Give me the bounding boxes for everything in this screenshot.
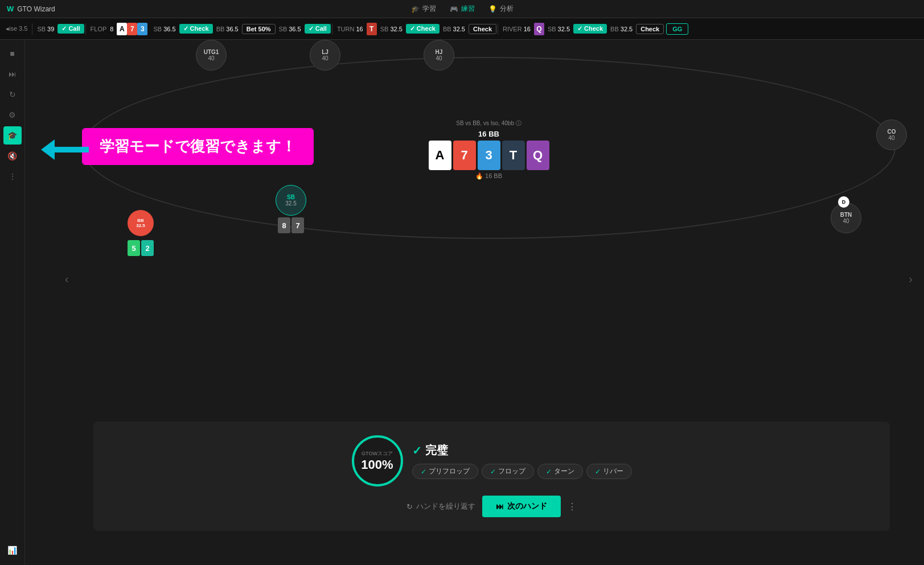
action-sb39: SB 39 [34, 18, 58, 39]
score-panel: GTOWスコア 100% ✓ 完璧 ✓ プリフロップ ✓ [93, 422, 890, 531]
arrow-body [55, 147, 89, 152]
score-main-row: GTOWスコア 100% ✓ 完璧 ✓ プリフロップ ✓ [112, 435, 872, 486]
action-bb325: BB 32.5 [440, 18, 469, 39]
seat-co: CO 40 [876, 119, 907, 150]
card-A: A [117, 23, 127, 35]
sidebar-stop-icon[interactable]: ■ [3, 44, 22, 63]
seat-bb: BB 32.5 5 2 [128, 210, 154, 256]
action-sb325: SB 32.5 [377, 18, 406, 39]
card-3: 3 [137, 23, 147, 35]
action-check3[interactable]: Check [469, 24, 496, 34]
promo-arrow [41, 139, 89, 160]
pot-bb-label: 16 BB [478, 130, 499, 138]
promo-banner: 学習モードで復習できます！ [82, 128, 314, 165]
table-area: 🔥 4 UTG1 40 LJ 40 HJ 40 [25, 40, 924, 565]
next-hand-button[interactable]: ⏭ 次のハンド [482, 496, 561, 517]
sidebar: ■ ⏭ ↻ ⚙ 🎓 🔇 ⋮ 📊 [0, 40, 25, 565]
action-check5[interactable]: Check [636, 24, 664, 34]
prev-hand-button[interactable]: ‹ [65, 273, 69, 286]
app-logo: W [7, 5, 14, 13]
score-details: ✓ 完璧 ✓ プリフロップ ✓ フロップ ✓ [412, 443, 632, 479]
sb-card-7: 7 [291, 217, 304, 233]
community-info: SB vs BB, vs Iso, 40bb ⓘ [456, 119, 521, 127]
action-river16: RIVER 16 [499, 18, 534, 39]
action-raise[interactable]: ◂ise 3.5 [2, 18, 31, 39]
pot-amount-label: 🔥 16 BB [475, 172, 502, 180]
score-label: GTOWスコア [362, 450, 393, 457]
learn-icon: 🎓 [411, 5, 420, 13]
tag-turn[interactable]: ✓ ターン [537, 464, 583, 479]
seat-utg1: UTG1 40 [196, 40, 227, 71]
score-value: 100% [361, 457, 393, 472]
action-check2[interactable]: ✓ Check [406, 24, 440, 34]
seat-lj-chip: LJ 40 [310, 40, 340, 71]
bb-card-5: 5 [128, 240, 140, 256]
action-sb365: SB 36.5 [147, 18, 179, 39]
score-tags: ✓ プリフロップ ✓ フロップ ✓ ターン ✓ [412, 464, 632, 479]
titlebar: W GTO Wizard 🎓 学習 🎮 練習 💡 分析 [0, 0, 924, 18]
comm-card-A: A [429, 141, 451, 170]
seat-co-chip: CO 40 [876, 119, 907, 150]
dealer-button: D [838, 196, 849, 208]
perfect-check-icon: ✓ [412, 444, 422, 457]
seat-hj-chip: HJ 40 [424, 40, 454, 71]
community-cards: A 7 3 T Q [429, 141, 549, 170]
sidebar-learn-icon[interactable]: 🎓 [3, 126, 22, 145]
bottom-actions: ↻ ハンドを繰り返す ⏭ 次のハンド ⋮ [406, 496, 577, 517]
score-perfect-label: ✓ 完璧 [412, 443, 632, 458]
action-check4[interactable]: ✓ Check [573, 24, 607, 34]
action-check1[interactable]: ✓ Check [179, 24, 213, 34]
seat-sb: SB 32.5 8 7 [276, 185, 306, 233]
score-circle: GTOWスコア 100% [352, 435, 403, 486]
sidebar-more-icon[interactable]: ⋮ [3, 167, 22, 185]
community-area: SB vs BB, vs Iso, 40bb ⓘ 16 BB A 7 3 T Q… [429, 119, 549, 180]
gg-button[interactable]: GG [666, 23, 688, 35]
action-call[interactable]: ✓ Call [58, 24, 84, 34]
action-sb325b: SB 32.5 [544, 18, 573, 39]
more-options-button[interactable]: ⋮ [568, 501, 577, 512]
replay-button[interactable]: ↻ ハンドを繰り返す [406, 501, 475, 512]
card-7: 7 [127, 23, 137, 35]
actionbar: ◂ise 3.5 SB 39 ✓ Call FLOP 8 A 7 3 SB 36… [0, 18, 924, 40]
action-bet50[interactable]: Bet 50% [242, 24, 276, 34]
app-title: GTO Wizard [17, 5, 55, 13]
comm-card-Q: Q [527, 141, 549, 170]
sidebar-chart-icon[interactable]: 📊 [3, 541, 22, 559]
tag-flop[interactable]: ✓ フロップ [482, 464, 534, 479]
seat-lj: LJ 40 [310, 40, 340, 71]
sidebar-settings-icon[interactable]: ⚙ [3, 106, 22, 124]
practice-icon: 🎮 [450, 5, 458, 13]
tag-river[interactable]: ✓ リバー [586, 464, 632, 479]
turn-check-icon: ✓ [546, 468, 552, 476]
comm-card-3: 3 [478, 141, 500, 170]
action-bb325b: BB 32.5 [607, 18, 636, 39]
sidebar-mute-icon[interactable]: 🔇 [3, 147, 22, 165]
bb-chip: BB 32.5 [128, 210, 154, 236]
nav-practice[interactable]: 🎮 練習 [450, 4, 475, 14]
action-bb365: BB 36.5 [213, 18, 242, 39]
comm-card-T: T [502, 141, 525, 170]
sidebar-refresh-icon[interactable]: ↻ [3, 85, 22, 104]
seat-hj: HJ 40 [424, 40, 454, 71]
seat-btn: D BTN 40 [831, 201, 861, 233]
bb-cards: 5 2 [128, 240, 154, 256]
replay-icon: ↻ [406, 502, 413, 511]
nav-analysis[interactable]: 💡 分析 [488, 4, 514, 14]
sb-card-8: 8 [278, 217, 290, 233]
river-check-icon: ✓ [595, 468, 601, 476]
preflop-check-icon: ✓ [421, 468, 426, 476]
action-turn16: TURN 16 [334, 18, 367, 39]
action-sb365b: SB 36.5 [276, 18, 305, 39]
next-nav-button[interactable]: › [909, 273, 913, 286]
action-flop8: FLOP 8 [87, 18, 117, 39]
action-call2[interactable]: ✓ Call [305, 24, 331, 34]
main-layout: ■ ⏭ ↻ ⚙ 🎓 🔇 ⋮ 📊 🔥 4 UTG1 40 [0, 40, 924, 565]
arrow-head-icon [41, 139, 55, 160]
nav-learn[interactable]: 🎓 学習 [411, 4, 436, 14]
flop-check-icon: ✓ [490, 468, 496, 476]
analysis-icon: 💡 [488, 5, 497, 13]
seat-utg1-chip: UTG1 40 [196, 40, 227, 71]
tag-preflop[interactable]: ✓ プリフロップ [412, 464, 478, 479]
sidebar-fastforward-icon[interactable]: ⏭ [3, 65, 22, 83]
sb-cards: 8 7 [278, 217, 304, 233]
